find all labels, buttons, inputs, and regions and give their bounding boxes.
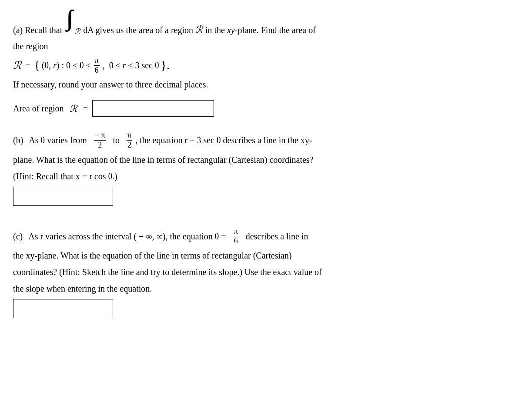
area-answer-input[interactable] — [92, 100, 214, 117]
part-b-text1: As θ varies from — [29, 134, 87, 147]
to-text: to — [113, 134, 120, 147]
part-c-text2: describes a line in — [246, 230, 308, 243]
part-c-text3: the xy-plane. What is the equation of th… — [13, 249, 509, 262]
open-brace: { — [34, 56, 40, 74]
integral-signs: ∫∫ — [67, 9, 72, 28]
double-integral: ∫∫ ℛ — [67, 9, 80, 37]
part-b-answer-input[interactable] — [13, 187, 113, 206]
pi-numerator: π — [94, 56, 100, 66]
xy-plane-label: xy-plane. Find the area of — [227, 24, 316, 37]
part-c-line1: (c) As r varies across the interval ( − … — [13, 227, 509, 246]
six-denominator: 6 — [94, 66, 100, 75]
neg-pi-over-2: − π 2 — [94, 131, 106, 150]
part-b-hint: (Hint: Recall that x = r cos θ.) — [13, 169, 509, 183]
close-brace: }. — [161, 56, 170, 74]
neg-pi-den: 2 — [97, 141, 103, 150]
part-c-answer-input[interactable] — [13, 299, 113, 318]
script-R-area: ℛ — [70, 101, 77, 116]
part-c-label: (c) — [13, 230, 23, 243]
part-a-line1: (a) Recall that ∫∫ ℛ dA gives us the are… — [13, 9, 509, 37]
part-b-label: (b) — [13, 134, 23, 147]
part-c-text5: the slope when entering in the equation. — [13, 282, 509, 296]
integral-subscript-R: ℛ — [75, 26, 80, 37]
part-b-text2: , the equation r = 3 sec θ describes a l… — [135, 134, 312, 147]
area-equals: = — [83, 102, 88, 115]
equals-sign: = — [23, 59, 32, 72]
part-a-label: (a) — [13, 24, 23, 37]
pi-over-2: π 2 — [127, 131, 132, 150]
recall-text: Recall that — [25, 24, 62, 37]
part-c-text4: coordinates? (Hint: Sketch the line and … — [13, 265, 509, 279]
pi-over-6-c: π 6 — [233, 227, 239, 246]
dA-text: dA gives us the area of a region — [83, 24, 193, 37]
pi-over-6: π 6 — [94, 56, 100, 75]
set-continuation: , 0 ≤ r ≤ 3 sec θ — [103, 59, 159, 72]
set-definition: ℛ = { (θ, r) : 0 ≤ θ ≤ π 6 , 0 ≤ r ≤ 3 s… — [13, 56, 509, 75]
area-label: Area of region — [13, 102, 64, 115]
part-c: (c) As r varies across the interval ( − … — [13, 227, 509, 318]
theta-r-set: (θ, r) : 0 ≤ θ ≤ — [42, 59, 91, 72]
script-R-inline: ℛ — [195, 22, 203, 37]
pi-c-num: π — [233, 227, 239, 237]
script-R-set: ℛ — [13, 57, 21, 73]
in-the-text: in the — [205, 24, 225, 37]
pi-b-num: π — [127, 131, 132, 141]
part-b-text3: plane. What is the equation of the line … — [13, 153, 509, 167]
pi-c-den: 6 — [233, 236, 239, 246]
the-region-text: the region — [13, 39, 509, 53]
part-b-line1: (b) As θ varies from − π 2 to π 2 , the … — [13, 131, 509, 150]
part-a: (a) Recall that ∫∫ ℛ dA gives us the are… — [13, 9, 509, 117]
part-c-text1: As r varies across the interval ( − ∞, ∞… — [28, 230, 226, 243]
part-b: (b) As θ varies from − π 2 to π 2 , the … — [13, 131, 509, 205]
neg-pi-num: − π — [94, 131, 106, 141]
area-answer-line: Area of region ℛ = — [13, 100, 509, 117]
pi-b-den: 2 — [127, 141, 132, 150]
round-text: If necessary, round your answer to three… — [13, 77, 509, 91]
